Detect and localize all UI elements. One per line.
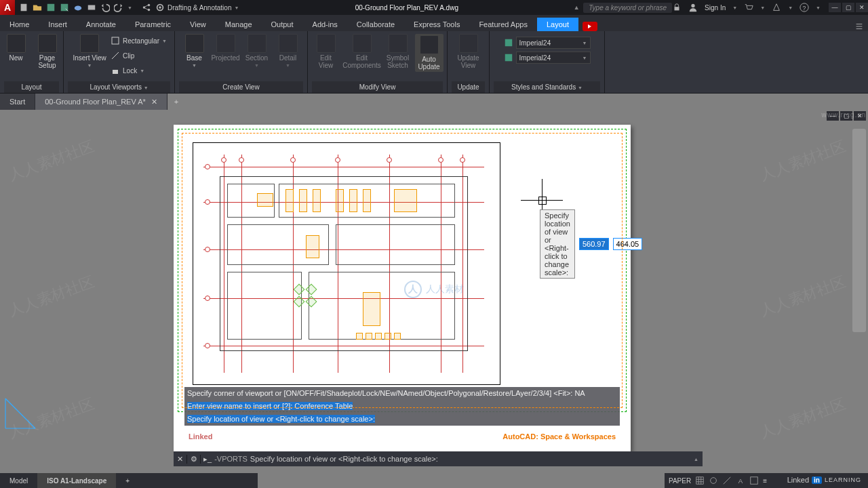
base-button[interactable]: Base▼	[180, 34, 209, 68]
titlebar: A ▼ Drafting & Annotation ▼ 00-Ground Fl…	[0, 0, 868, 15]
tab-parametric[interactable]: Parametric	[125, 18, 180, 31]
linkedin-label: Linked	[189, 432, 212, 441]
youtube-icon[interactable]	[583, 22, 597, 31]
section-button[interactable]: Section▼	[243, 34, 271, 68]
viewport[interactable]	[193, 142, 500, 385]
update-view-button[interactable]: Update View	[454, 34, 483, 69]
status-menu-icon[interactable]: ≡	[763, 477, 767, 485]
scale-icon[interactable]	[722, 476, 732, 485]
style-icon	[504, 53, 513, 62]
new-layout-tab[interactable]: +	[116, 473, 139, 488]
style-dropdown-1[interactable]: Imperial24▼	[516, 37, 591, 49]
clip-button[interactable]: Clip	[111, 49, 167, 62]
svg-rect-4	[88, 5, 96, 10]
cmd-expand-icon[interactable]: ▲	[694, 457, 698, 462]
cmd-close-icon[interactable]: ✕	[174, 455, 187, 464]
model-tab[interactable]: Model	[0, 473, 37, 488]
new-icon[interactable]	[19, 3, 28, 12]
coord-x[interactable]: 560.97	[579, 238, 609, 250]
tab-manage[interactable]: Manage	[216, 18, 262, 31]
search-input[interactable]: Type a keyword or phrase	[583, 3, 672, 13]
tab-addins[interactable]: Add-ins	[303, 18, 347, 31]
auto-update-button[interactable]: Auto Update	[415, 34, 443, 72]
panel-title: Modify View	[312, 81, 443, 93]
rectangular-button[interactable]: Rectangular▼	[111, 34, 167, 47]
panel-create-view: Base▼ Projected Section▼ Detail▼ Create …	[175, 31, 308, 93]
detail-button[interactable]: Detail▼	[274, 34, 302, 68]
layout-tab-iso[interactable]: ISO A1-Landscape	[37, 473, 116, 488]
title-chevron-icon[interactable]: ▶	[574, 6, 579, 9]
redo-icon[interactable]	[114, 3, 123, 12]
space-indicator[interactable]: PAPER	[669, 477, 691, 485]
maximize-button[interactable]: ▢	[842, 3, 854, 12]
autodesk-icon[interactable]	[772, 3, 781, 12]
tab-annotate[interactable]: Annotate	[77, 18, 125, 31]
svg-point-9	[159, 6, 161, 9]
target-icon[interactable]	[709, 476, 718, 485]
insert-view-button[interactable]: Insert View▼	[71, 34, 108, 68]
panel-styles: Imperial24▼ Imperial24▼ Styles and Stand…	[490, 31, 605, 93]
new-layout-button[interactable]: New	[2, 34, 31, 62]
command-line[interactable]: ✕ ⚙ ▸_ -VPORTS Specify location of view …	[174, 451, 703, 466]
svg-text:A: A	[738, 477, 743, 485]
page-setup-button[interactable]: Page Setup	[33, 34, 62, 69]
tab-layout[interactable]: Layout	[537, 18, 578, 31]
tab-view[interactable]: View	[180, 18, 216, 31]
tab-collaborate[interactable]: Collaborate	[347, 18, 404, 31]
minimize-button[interactable]: —	[829, 3, 841, 12]
close-button[interactable]: ✕	[856, 3, 868, 12]
ribbon: New Page Setup Layout Insert View▼ Recta…	[0, 31, 868, 94]
grid-icon[interactable]	[695, 476, 705, 485]
lock-button[interactable]: Lock▼	[111, 64, 167, 77]
cmd-config-icon[interactable]: ⚙	[187, 455, 201, 464]
file-tabstrip: Start 00-Ground Floor Plan_REV A*✕ +	[0, 94, 868, 110]
drawing-canvas[interactable]: — ▢ ✕	[0, 110, 868, 469]
symbol-sketch-button[interactable]: Symbol Sketch	[384, 34, 412, 69]
tab-insert[interactable]: Insert	[39, 18, 77, 31]
projected-button[interactable]: Projected	[212, 34, 240, 62]
open-icon[interactable]	[33, 3, 42, 12]
cart-icon[interactable]	[744, 3, 753, 12]
watermark-text: 人人素材社区	[6, 136, 97, 185]
help-icon[interactable]: ?	[800, 3, 809, 12]
coord-y[interactable]: 464.05	[613, 238, 643, 250]
cmd-history-line: Enter view name to insert or [?]: Confer…	[184, 400, 620, 413]
share-icon[interactable]	[142, 3, 151, 12]
tab-output[interactable]: Output	[262, 18, 303, 31]
watermark-url: www.rrcg.cn	[822, 111, 866, 119]
style-icon	[504, 38, 513, 47]
cmd-prompt-icon: ▸_	[203, 455, 212, 464]
opts-icon[interactable]	[749, 476, 759, 485]
cmd-history-line: Specify location of view or <Right-click…	[184, 413, 620, 426]
workspace-selector[interactable]: Drafting & Annotation ▼	[155, 3, 239, 12]
edit-view-button[interactable]: Edit View	[312, 34, 340, 69]
cloud-icon[interactable]	[73, 3, 83, 12]
watermark-text: 人人素材社区	[757, 271, 848, 321]
style-dropdown-2[interactable]: Imperial24▼	[516, 52, 591, 64]
undo-icon[interactable]	[100, 3, 110, 12]
file-tab-document[interactable]: 00-Ground Floor Plan_REV A*✕	[35, 94, 167, 110]
user-icon[interactable]	[688, 3, 698, 12]
close-tab-icon[interactable]: ✕	[151, 98, 157, 106]
tab-featured-apps[interactable]: Featured Apps	[469, 18, 537, 31]
edit-components-button[interactable]: Edit Components	[343, 34, 381, 69]
new-tab-button[interactable]: +	[167, 98, 185, 106]
anno-icon[interactable]: A	[736, 476, 745, 485]
signin-chevron-icon[interactable]: ▼	[732, 5, 737, 10]
qat-dropdown-icon[interactable]: ▼	[127, 5, 132, 10]
panel-modify-view: Edit View Edit Components Symbol Sketch …	[308, 31, 448, 93]
file-tab-start[interactable]: Start	[0, 94, 35, 110]
dynamic-input: Specify location of view or <Right-click…	[540, 209, 642, 279]
plot-icon[interactable]	[87, 3, 96, 12]
app-icon[interactable]: A	[0, 0, 15, 15]
ribbon-collapse-icon[interactable]	[854, 22, 864, 31]
panel-layout: New Page Setup Layout	[0, 31, 64, 93]
sign-in-button[interactable]: Sign In	[705, 4, 726, 12]
save-icon[interactable]	[46, 3, 56, 12]
saveas-icon[interactable]	[60, 3, 69, 12]
svg-rect-17	[505, 54, 512, 62]
lock-icon[interactable]	[672, 3, 682, 12]
tab-home[interactable]: Home	[0, 18, 39, 31]
tab-express-tools[interactable]: Express Tools	[404, 18, 469, 31]
navigation-bar[interactable]	[852, 129, 866, 332]
